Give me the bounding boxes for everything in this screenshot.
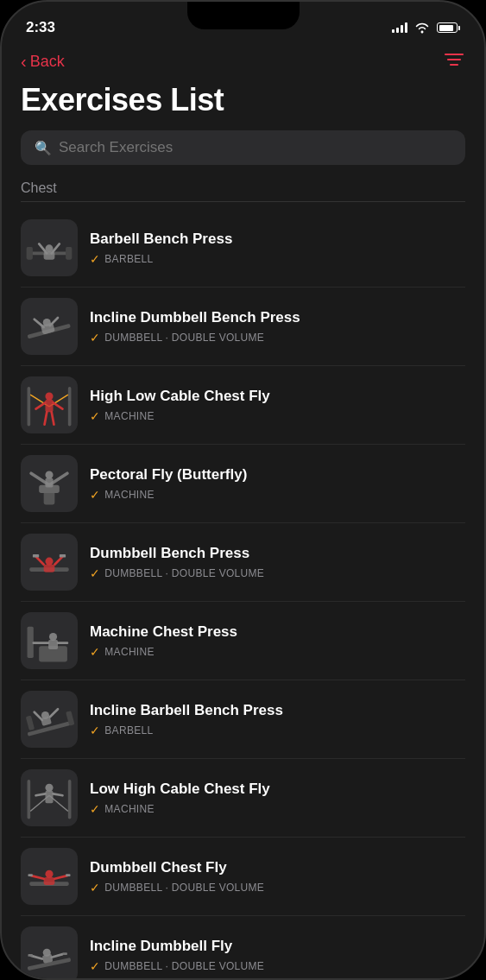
exercise-thumbnail bbox=[21, 926, 78, 978]
list-item[interactable]: Low High Cable Chest Fly ✓ MACHINE bbox=[21, 759, 465, 838]
svg-rect-52 bbox=[68, 780, 72, 819]
exercise-name: Low High Cable Chest Fly bbox=[90, 781, 465, 798]
equipment-label: MACHINE bbox=[104, 646, 154, 658]
back-button[interactable]: ‹ Back bbox=[21, 52, 65, 72]
check-icon: ✓ bbox=[90, 252, 100, 266]
main-content: ‹ Back Exercises List 🔍 Chest bbox=[2, 43, 484, 978]
svg-point-55 bbox=[45, 784, 53, 792]
equipment-label: BARBELL bbox=[104, 253, 153, 265]
check-icon: ✓ bbox=[90, 331, 100, 345]
svg-rect-36 bbox=[33, 554, 39, 558]
svg-line-49 bbox=[35, 712, 42, 720]
back-label: Back bbox=[30, 53, 65, 71]
svg-line-62 bbox=[31, 876, 44, 879]
exercise-name: High Low Cable Chest Fly bbox=[90, 388, 465, 405]
exercise-name: Dumbbell Chest Fly bbox=[90, 859, 465, 876]
exercise-meta: ✓ MACHINE bbox=[90, 409, 465, 423]
equipment-label: DUMBBELL · DOUBLE VOLUME bbox=[104, 960, 264, 972]
list-item[interactable]: Dumbbell Chest Fly ✓ DUMBBELL · DOUBLE V… bbox=[21, 838, 465, 916]
exercise-info: Incline Dumbbell Bench Press ✓ DUMBBELL … bbox=[90, 309, 465, 345]
svg-rect-38 bbox=[28, 627, 34, 658]
nav-bar: ‹ Back bbox=[21, 43, 465, 82]
exercise-info: Incline Barbell Bench Press ✓ BARBELL bbox=[90, 702, 465, 737]
list-item[interactable]: Incline Dumbbell Fly ✓ DUMBBELL · DOUBLE… bbox=[21, 916, 465, 978]
svg-line-50 bbox=[50, 709, 58, 717]
exercise-name: Barbell Bench Press bbox=[90, 231, 465, 248]
list-item[interactable]: Incline Barbell Bench Press ✓ BARBELL bbox=[21, 680, 465, 759]
exercise-meta: ✓ MACHINE bbox=[90, 488, 465, 502]
back-chevron-icon: ‹ bbox=[21, 52, 27, 72]
list-item[interactable]: Dumbbell Bench Press ✓ DUMBBELL · DOUBLE… bbox=[21, 523, 465, 602]
svg-rect-15 bbox=[28, 387, 31, 426]
svg-rect-56 bbox=[45, 791, 53, 804]
status-icons bbox=[392, 22, 460, 34]
exercise-info: High Low Cable Chest Fly ✓ MACHINE bbox=[90, 388, 465, 423]
svg-rect-61 bbox=[44, 877, 55, 885]
exercise-info: Dumbbell Chest Fly ✓ DUMBBELL · DOUBLE V… bbox=[90, 859, 465, 895]
section-header: Chest bbox=[21, 180, 465, 202]
exercise-thumbnail bbox=[21, 769, 78, 826]
filter-button[interactable] bbox=[443, 50, 465, 73]
equipment-label: DUMBBELL · DOUBLE VOLUME bbox=[104, 882, 264, 894]
check-icon: ✓ bbox=[90, 802, 100, 816]
search-bar[interactable]: 🔍 bbox=[21, 130, 465, 165]
exercise-meta: ✓ BARBELL bbox=[90, 724, 465, 737]
svg-point-29 bbox=[45, 471, 53, 478]
svg-rect-51 bbox=[28, 780, 31, 819]
equipment-label: MACHINE bbox=[104, 803, 154, 815]
exercise-name: Incline Dumbbell Bench Press bbox=[90, 309, 465, 326]
svg-point-40 bbox=[49, 633, 57, 641]
status-time: 2:33 bbox=[26, 19, 55, 36]
exercise-thumbnail bbox=[21, 219, 78, 276]
svg-line-24 bbox=[52, 412, 54, 425]
exercise-meta: ✓ DUMBBELL · DOUBLE VOLUME bbox=[90, 331, 465, 345]
equipment-label: MACHINE bbox=[104, 489, 154, 501]
svg-rect-4 bbox=[27, 247, 33, 260]
exercise-info: Pectoral Fly (Butterfly) ✓ MACHINE bbox=[90, 466, 465, 502]
notch bbox=[187, 2, 300, 29]
exercise-meta: ✓ BARBELL bbox=[90, 252, 465, 266]
svg-line-69 bbox=[31, 956, 42, 959]
list-item[interactable]: Pectoral Fly (Butterfly) ✓ MACHINE bbox=[21, 445, 465, 523]
check-icon: ✓ bbox=[90, 724, 100, 737]
svg-rect-41 bbox=[48, 640, 58, 649]
list-item[interactable]: Machine Chest Press ✓ MACHINE bbox=[21, 602, 465, 680]
svg-line-22 bbox=[54, 402, 63, 408]
svg-line-34 bbox=[36, 557, 44, 565]
svg-rect-65 bbox=[66, 874, 70, 876]
svg-rect-45 bbox=[26, 716, 35, 730]
svg-line-21 bbox=[36, 402, 46, 408]
exercise-name: Incline Barbell Bench Press bbox=[90, 702, 465, 719]
search-input[interactable] bbox=[59, 139, 451, 156]
svg-line-57 bbox=[36, 793, 46, 795]
exercise-thumbnail bbox=[21, 848, 78, 905]
exercise-meta: ✓ MACHINE bbox=[90, 802, 465, 816]
svg-rect-20 bbox=[45, 400, 53, 413]
signal-icon bbox=[392, 22, 407, 33]
exercise-name: Dumbbell Bench Press bbox=[90, 545, 465, 562]
search-icon: 🔍 bbox=[35, 140, 52, 156]
exercise-name: Incline Dumbbell Fly bbox=[90, 938, 465, 955]
exercise-thumbnail bbox=[21, 455, 78, 512]
exercise-info: Machine Chest Press ✓ MACHINE bbox=[90, 623, 465, 659]
exercise-meta: ✓ DUMBBELL · DOUBLE VOLUME bbox=[90, 566, 465, 580]
svg-rect-30 bbox=[45, 478, 53, 488]
equipment-label: DUMBBELL · DOUBLE VOLUME bbox=[104, 332, 264, 344]
list-item[interactable]: High Low Cable Chest Fly ✓ MACHINE bbox=[21, 366, 465, 445]
list-item[interactable]: Incline Dumbbell Bench Press ✓ DUMBBELL … bbox=[21, 288, 465, 366]
exercise-meta: ✓ DUMBBELL · DOUBLE VOLUME bbox=[90, 881, 465, 895]
exercise-info: Low High Cable Chest Fly ✓ MACHINE bbox=[90, 781, 465, 816]
exercise-name: Machine Chest Press bbox=[90, 623, 465, 641]
svg-rect-5 bbox=[66, 247, 72, 260]
equipment-label: BARBELL bbox=[104, 724, 153, 737]
exercise-name: Pectoral Fly (Butterfly) bbox=[90, 466, 465, 484]
exercise-thumbnail bbox=[21, 612, 78, 669]
exercise-thumbnail bbox=[21, 376, 78, 433]
svg-point-60 bbox=[45, 870, 53, 878]
svg-point-32 bbox=[45, 558, 53, 566]
list-item[interactable]: Barbell Bench Press ✓ BARBELL bbox=[21, 209, 465, 288]
exercise-meta: ✓ MACHINE bbox=[90, 645, 465, 659]
svg-rect-72 bbox=[62, 952, 66, 955]
exercise-thumbnail bbox=[21, 298, 78, 355]
svg-rect-33 bbox=[44, 565, 55, 572]
